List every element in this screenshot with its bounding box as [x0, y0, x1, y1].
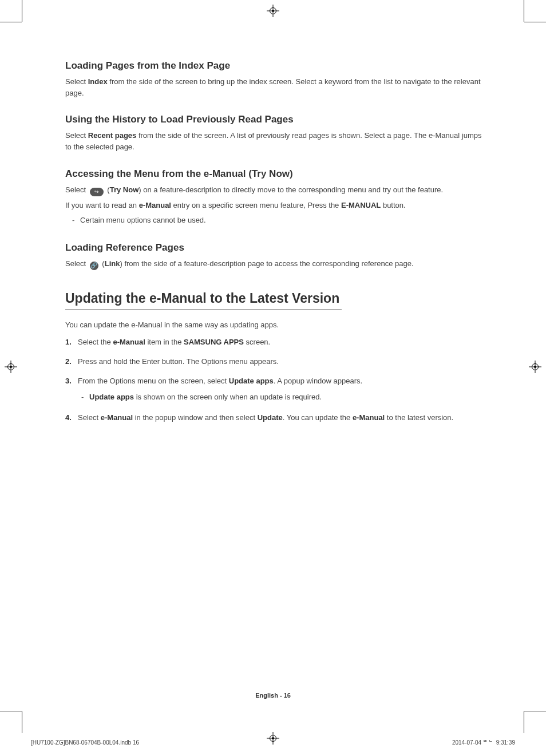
update-steps: Select the e-Manual item in the SAMSUNG …	[65, 337, 483, 432]
heading-index: Loading Pages from the Index Page	[65, 60, 483, 72]
crop-mark	[524, 711, 524, 733]
indb-timestamp: 2014-07-04 ᄈᄂ 9:31:39	[452, 739, 515, 746]
para-trynow-2: If you want to read an e-Manual entry on…	[65, 200, 483, 211]
heading-update: Updating the e-Manual to the Latest Vers…	[65, 291, 342, 310]
try-now-icon: ↪	[90, 188, 104, 196]
para-index: Select Index from the side of the screen…	[65, 76, 483, 99]
page-content: Loading Pages from the Index Page Select…	[65, 60, 483, 432]
registration-target-icon	[529, 361, 541, 373]
step-1: Select the e-Manual item in the SAMSUNG …	[65, 337, 483, 356]
registration-target-icon	[267, 5, 279, 17]
crop-mark	[0, 711, 22, 711]
registration-target-icon	[5, 361, 17, 373]
bullet-trynow: Certain menu options cannot be used.	[72, 215, 483, 227]
link-icon: 🔗	[90, 262, 98, 270]
crop-mark	[524, 711, 546, 711]
para-ref: Select 🔗 (Link) from the side of a featu…	[65, 258, 483, 270]
crop-mark	[524, 0, 524, 22]
step-4: Select e-Manual in the popup window and …	[65, 412, 483, 432]
para-update-intro: You can update the e-Manual in the same …	[65, 319, 483, 331]
page-number: English - 16	[0, 692, 546, 699]
heading-history: Using the History to Load Previously Rea…	[65, 114, 483, 125]
step-3-note: Update apps is shown on the screen only …	[81, 391, 483, 404]
crop-mark	[524, 22, 546, 22]
step-3: From the Options menu on the screen, sel…	[65, 375, 483, 412]
heading-trynow: Accessing the Menu from the e-Manual (Tr…	[65, 168, 483, 180]
indb-file: [HU7100-ZG]BN68-06704B-00L04.indb 16	[31, 739, 139, 746]
step-2: Press and hold the Enter button. The Opt…	[65, 356, 483, 375]
crop-mark	[22, 711, 22, 733]
crop-mark	[0, 22, 22, 22]
para-trynow-1: Select ↪ (Try Now) on a feature-descript…	[65, 184, 483, 196]
crop-mark	[22, 0, 22, 22]
para-history: Select Recent pages from the side of the…	[65, 130, 483, 153]
heading-ref: Loading Reference Pages	[65, 242, 483, 254]
